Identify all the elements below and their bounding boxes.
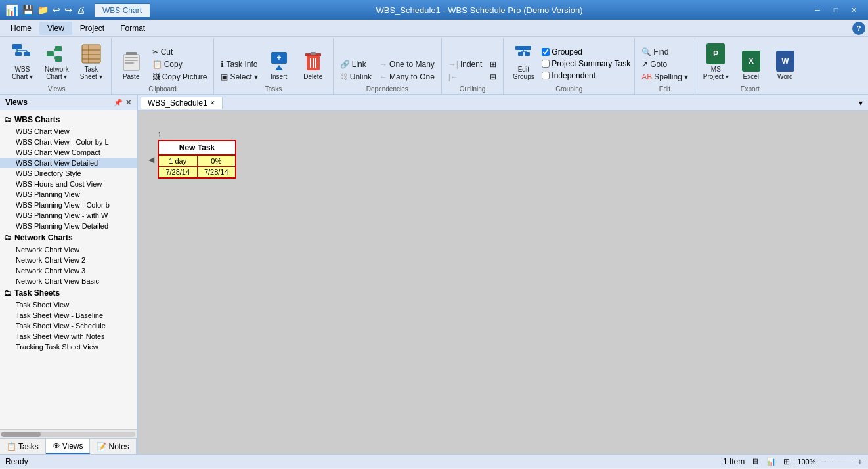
indent-button[interactable]: →| Indent	[446, 58, 485, 70]
copy-button[interactable]: 📋 Copy	[150, 58, 210, 70]
link-icon: 🔗	[340, 60, 350, 69]
zoom-out-button[interactable]: −	[821, 457, 826, 467]
open-icon[interactable]: 📁	[37, 5, 49, 15]
task-info-button[interactable]: ℹ Task Info	[218, 58, 260, 70]
minimize-button[interactable]: ─	[809, 3, 826, 16]
insert-button[interactable]: + Insert	[263, 47, 295, 83]
link-button[interactable]: 🔗 Link	[337, 58, 374, 70]
find-button[interactable]: 🔍 Find	[639, 46, 691, 58]
zoom-slider[interactable]: ────	[832, 458, 852, 466]
tree-item-wbs-directory[interactable]: WBS Directory Style	[0, 168, 137, 179]
svg-rect-11	[82, 45, 100, 63]
status-icon-1[interactable]: 🖥	[750, 457, 760, 467]
deps-group-label: Dependencies	[337, 84, 437, 94]
select-button[interactable]: ▣ Select ▾	[218, 71, 260, 83]
task-sheet-button[interactable]: TaskSheet ▾	[76, 39, 107, 83]
grouped-checkbox[interactable]	[542, 48, 550, 56]
outlining-col2: ⊞ ⊟	[487, 58, 499, 83]
tree-item-wbs-chart-view[interactable]: WBS Chart View	[0, 126, 137, 137]
independent-checkbox[interactable]	[542, 72, 550, 79]
canvas-area[interactable]: 1 ◀ New Task 1 day 0% 7/28/14 7/28/14	[138, 111, 868, 454]
tree-item-network-view3[interactable]: Network Chart View 3	[0, 265, 137, 276]
content-tab-dropdown[interactable]: ▾	[856, 97, 865, 109]
help-button[interactable]: ?	[852, 22, 865, 35]
tree-item-wbs-detailed[interactable]: WBS Chart View Detailed	[0, 158, 137, 168]
outlining-group-content: →| Indent |← ⊞ ⊟	[446, 39, 500, 84]
svg-line-10	[53, 54, 55, 59]
tree-item-wbs-planning-detailed[interactable]: WBS Planning View Detailed	[0, 221, 137, 231]
menu-project[interactable]: Project	[72, 22, 112, 35]
ms-project-button[interactable]: P MSProject ▾	[699, 39, 733, 83]
project-summary-checkbox[interactable]	[542, 60, 550, 68]
ribbon-group-clipboard: Paste ✂ Cut 📋 Copy 🖼 Copy Picture Clipbo…	[112, 38, 215, 94]
excel-button[interactable]: X Excel	[735, 47, 767, 83]
many-to-one-button[interactable]: ← Many to One	[377, 71, 437, 83]
tree-item-network-view[interactable]: Network Chart View	[0, 244, 137, 255]
show-all-button[interactable]: ⊞	[487, 58, 499, 70]
task-card-row1: 1 day 0%	[159, 155, 235, 166]
tree-item-task-sheet-schedule[interactable]: Task Sheet View - Schedule	[0, 321, 137, 331]
scrollbar-track[interactable]	[1, 432, 135, 437]
hide-button[interactable]: ⊟	[487, 71, 499, 83]
word-button[interactable]: W Word	[770, 47, 801, 83]
edit-groups-label: EditGroups	[513, 66, 534, 80]
wbs-chart-tab-label: WBS Chart	[95, 3, 150, 17]
network-chart-button[interactable]: NetworkChart ▾	[41, 39, 73, 83]
ribbon-group-edit: 🔍 Find ↗ Goto AB Spelling ▾ Edit	[635, 38, 695, 94]
tree-item-wbs-compact[interactable]: WBS Chart View Compact	[0, 147, 137, 158]
network-charts-group-header[interactable]: 🗂 Network Charts	[0, 231, 137, 244]
tree-item-wbs-hours[interactable]: WBS Hours and Cost View	[0, 179, 137, 189]
tree-item-task-sheet[interactable]: Task Sheet View	[0, 300, 137, 310]
status-icon-2[interactable]: 📊	[766, 457, 776, 467]
ms-project-label: MSProject ▾	[703, 66, 729, 80]
copy-picture-button[interactable]: 🖼 Copy Picture	[150, 71, 210, 83]
tree-item-network-view2[interactable]: Network Chart View 2	[0, 255, 137, 265]
goto-button[interactable]: ↗ Goto	[639, 58, 691, 70]
task-card-title[interactable]: New Task	[159, 141, 235, 155]
wbs-chart-button[interactable]: WBSChart ▾	[7, 39, 38, 83]
tree-item-network-basic[interactable]: Network Chart View Basic	[0, 276, 137, 286]
tree-item-tracking-sheet[interactable]: Tracking Task Sheet View	[0, 342, 137, 352]
grouped-checkbox-label[interactable]: Grouped	[542, 47, 630, 56]
status-icon-3[interactable]: ⊞	[781, 457, 792, 467]
views-close-icon[interactable]: ✕	[125, 99, 131, 107]
paste-button[interactable]: Paste	[116, 47, 147, 83]
undo-icon[interactable]: ↩	[53, 5, 60, 15]
tab-views[interactable]: 👁 Views	[46, 439, 91, 454]
tree-item-wbs-planning-color[interactable]: WBS Planning View - Color b	[0, 200, 137, 210]
one-to-many-button[interactable]: → One to Many	[377, 58, 437, 70]
menu-format[interactable]: Format	[112, 22, 153, 35]
tab-notes[interactable]: 📝 Notes	[90, 439, 136, 454]
delete-button[interactable]: Delete	[297, 47, 329, 83]
content-tab-schedule[interactable]: WBS_Schedule1 ✕	[141, 97, 223, 109]
tree-item-wbs-color[interactable]: WBS Chart View - Color by L	[0, 137, 137, 147]
project-summary-checkbox-label[interactable]: Project Summary Task	[542, 59, 630, 68]
menu-view[interactable]: View	[39, 22, 72, 35]
save-icon[interactable]: 💾	[22, 5, 33, 15]
unlink-button[interactable]: ⛓ Unlink	[337, 71, 374, 83]
spelling-button[interactable]: AB Spelling ▾	[639, 71, 691, 83]
content-tab-close[interactable]: ✕	[210, 100, 215, 106]
print-icon[interactable]: 🖨	[76, 5, 85, 15]
cut-button[interactable]: ✂ Cut	[150, 46, 210, 58]
indent-left-button[interactable]: |←	[446, 71, 485, 83]
independent-checkbox-label[interactable]: Independent	[542, 71, 630, 80]
task-sheets-group-header[interactable]: 🗂 Task Sheets	[0, 286, 137, 300]
views-pin-icon[interactable]: 📌	[114, 99, 123, 107]
edit-groups-button[interactable]: EditGroups	[508, 39, 539, 83]
close-button[interactable]: ✕	[846, 3, 863, 16]
tab-tasks[interactable]: 📋 Tasks	[0, 439, 46, 454]
tree-item-wbs-planning[interactable]: WBS Planning View	[0, 189, 137, 200]
maximize-button[interactable]: □	[827, 3, 844, 16]
wbs-charts-icon: 🗂	[4, 115, 12, 124]
svg-rect-32	[525, 52, 530, 56]
task-card[interactable]: New Task 1 day 0% 7/28/14 7/28/14	[158, 140, 236, 179]
menu-home[interactable]: Home	[3, 22, 39, 35]
tree-item-task-sheet-notes[interactable]: Task Sheet View with Notes	[0, 331, 137, 342]
tree-item-task-sheet-baseline[interactable]: Task Sheet View - Baseline	[0, 310, 137, 321]
redo-icon[interactable]: ↪	[64, 5, 72, 15]
wbs-charts-group-header[interactable]: 🗂 WBS Charts	[0, 113, 137, 126]
tree-item-wbs-planning-w[interactable]: WBS Planning View - with W	[0, 210, 137, 221]
zoom-in-button[interactable]: +	[857, 457, 863, 467]
scrollbar-thumb[interactable]	[1, 432, 41, 437]
